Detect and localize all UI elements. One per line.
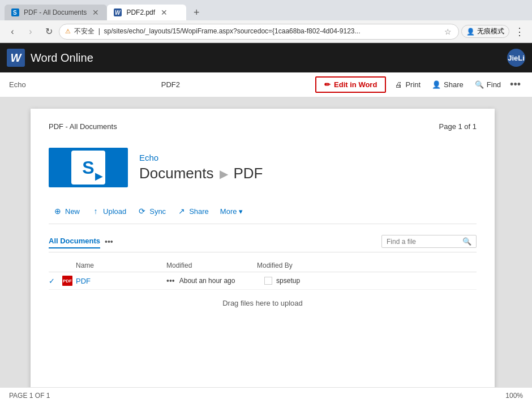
search-icon: 🔍 [462, 237, 471, 246]
file-icon-col: PDF [62, 276, 76, 286]
address-bar[interactable]: ⚠ 不安全 | sp/sites/echo/_layouts/15/WopiFr… [59, 24, 459, 40]
tab-pdf2[interactable]: W PDF2.pdf ✕ [107, 5, 186, 20]
forward-button[interactable]: › [23, 24, 38, 40]
sharepoint-content: S ▶ Echo Documents ▶ PDF [49, 142, 477, 322]
page-header-title: PDF - All Documents [49, 122, 117, 131]
bookmark-icon[interactable]: ☆ [443, 26, 453, 37]
doc-more-label: More [220, 207, 237, 216]
address-text: 不安全 | sp/sites/echo/_layouts/15/WopiFram… [74, 27, 440, 36]
doc-nav: All Documents ••• 🔍 [49, 231, 477, 252]
share-button[interactable]: 👤 Share [427, 78, 468, 92]
sync-icon: ⟳ [138, 207, 147, 216]
file-ellipsis-button[interactable]: ••• [166, 276, 175, 285]
sp-logo-area: S ▶ Echo Documents ▶ PDF [49, 148, 477, 187]
find-button[interactable]: 🔍 Find [470, 78, 505, 92]
svg-text:S: S [13, 10, 17, 16]
sp-arrow-icon: ▶ [95, 170, 103, 182]
reload-button[interactable]: ↻ [41, 24, 57, 40]
file-list-header: Name Modified Modified By [49, 259, 477, 272]
tab2-close[interactable]: ✕ [160, 8, 169, 17]
tab-pdf-alldocs[interactable]: S PDF - All Documents ✕ [5, 5, 107, 20]
zoom-level: 100% [505, 392, 523, 400]
pencil-icon: ✏ [324, 80, 331, 89]
doc-more-button[interactable]: More ▾ [216, 205, 248, 218]
header-modified[interactable]: Modified [166, 261, 257, 269]
tab-favicon-1: S [11, 8, 19, 16]
browser-menu-button[interactable]: ⋮ [512, 24, 527, 40]
sp-s-letter: S [82, 157, 94, 178]
sp-doc-title: Documents ▶ PDF [139, 165, 263, 182]
toolbar-more-button[interactable]: ••• [508, 76, 523, 93]
tab1-close[interactable]: ✕ [91, 8, 100, 17]
page-count: PAGE 1 OF 1 [9, 392, 50, 400]
profile-icon: 👤 [466, 28, 475, 36]
document-scroll[interactable]: PDF - All Documents Page 1 of 1 S ▶ Echo [0, 97, 525, 387]
main-toolbar: Echo PDF2 ✏ Edit in Word 🖨 Print 👤 Share… [0, 72, 532, 97]
print-label: Print [405, 80, 421, 89]
header-modby[interactable]: Modified By [257, 261, 293, 269]
find-file-input[interactable] [387, 238, 460, 246]
word-icon-letter: W [11, 52, 22, 65]
toolbar-actions: 🖨 Print 👤 Share 🔍 Find ••• [391, 76, 523, 93]
edit-word-label: Edit in Word [334, 80, 377, 89]
pdf-file-icon: PDF [62, 276, 72, 286]
address-actions: ☆ [443, 26, 453, 37]
breadcrumb-arrow: ▶ [220, 167, 228, 181]
sp-logo: S ▶ [49, 148, 128, 187]
back-button[interactable]: ‹ [5, 24, 20, 40]
security-icon: ⚠ [65, 28, 71, 35]
file-modby: spsetup [264, 277, 300, 285]
find-icon: 🔍 [475, 80, 484, 89]
user-initials: JieLi [508, 54, 525, 62]
address-security: 不安全 [74, 27, 95, 35]
toolbar-doc-name: PDF2 [161, 80, 180, 89]
sp-title-area: Echo Documents ▶ PDF [139, 153, 263, 182]
app-name: Word Online [31, 52, 93, 65]
address-url: sp/sites/echo/_layouts/15/WopiFrame.aspx… [104, 27, 360, 35]
all-documents-nav[interactable]: All Documents [49, 234, 100, 248]
new-button[interactable]: ⊕ New [49, 204, 84, 218]
share-doc-icon: ↗ [177, 207, 186, 216]
toolbar-breadcrumb: Echo [9, 80, 26, 89]
share-label: Share [444, 80, 464, 89]
edit-in-word-button[interactable]: ✏ Edit in Word [315, 76, 386, 93]
svg-text:W: W [115, 10, 121, 16]
upload-icon: ↑ [91, 207, 100, 216]
breadcrumb-2: PDF [234, 165, 263, 182]
upload-button[interactable]: ↑ Upload [87, 204, 131, 218]
header-name[interactable]: Name [76, 261, 166, 269]
new-icon: ⊕ [53, 207, 62, 216]
print-button[interactable]: 🖨 Print [391, 78, 425, 92]
file-row: ✓ PDF PDF ••• About an hour ago spsetup [49, 272, 477, 290]
word-logo: W Word Online [7, 49, 93, 67]
doc-nav-more-button[interactable]: ••• [105, 237, 113, 246]
file-checkbox[interactable] [264, 277, 272, 285]
file-modified: About an hour ago [179, 277, 264, 285]
page-header: PDF - All Documents Page 1 of 1 [49, 122, 477, 131]
user-badge[interactable]: JieLi [507, 49, 525, 67]
file-name[interactable]: PDF [76, 277, 166, 285]
find-label: Find [487, 80, 501, 89]
profile-button[interactable]: 👤 无痕模式 [461, 25, 509, 38]
share-icon: 👤 [432, 80, 441, 89]
status-bar: PAGE 1 OF 1 100% [0, 387, 532, 403]
pdf-icon-text: PDF [63, 278, 72, 284]
tab2-title: PDF2.pdf [126, 8, 155, 16]
file-check[interactable]: ✓ [49, 277, 62, 285]
app-bar: W Word Online JieLi [0, 43, 532, 72]
drag-upload-text: Drag files here to upload [49, 290, 477, 316]
share-doc-button[interactable]: ↗ Share [173, 204, 213, 218]
new-tab-button[interactable]: + [188, 5, 204, 20]
document-area: PDF - All Documents Page 1 of 1 S ▶ Echo [0, 97, 532, 387]
print-icon: 🖨 [395, 80, 402, 89]
new-label: New [65, 207, 80, 216]
sync-button[interactable]: ⟳ Sync [133, 204, 170, 218]
browser-controls: ‹ › ↻ ⚠ 不安全 | sp/sites/echo/_layouts/15/… [0, 20, 532, 43]
sp-site-name: Echo [139, 153, 263, 162]
doc-nav-search[interactable]: 🔍 [381, 235, 477, 248]
file-modby-name: spsetup [276, 277, 300, 285]
tab-bar: S PDF - All Documents ✕ W PDF2.pdf ✕ + [0, 0, 532, 20]
share-doc-label: Share [189, 207, 209, 216]
profile-label: 无痕模式 [477, 27, 504, 36]
document-page: PDF - All Documents Page 1 of 1 S ▶ Echo [31, 109, 495, 387]
